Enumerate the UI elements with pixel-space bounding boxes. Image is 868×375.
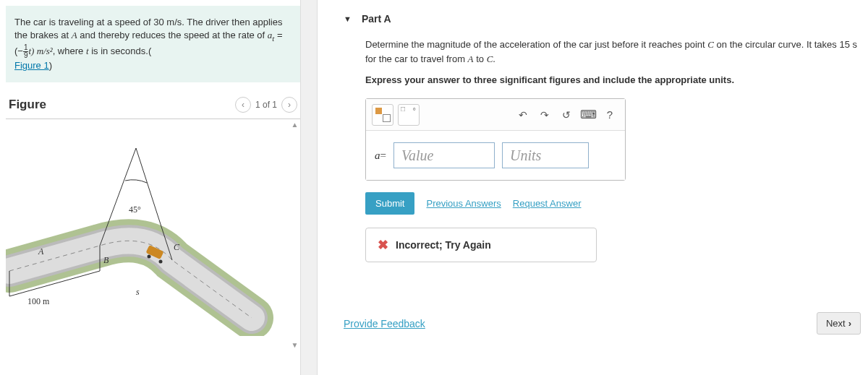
panel-divider[interactable] [300,0,318,375]
submit-button[interactable]: Submit [365,192,414,215]
q-text: Determine the magnitude of the accelerat… [365,39,707,50]
problem-statement: The car is traveling at a speed of 30 m/… [6,6,300,82]
collapse-icon[interactable]: ▼ [344,14,352,23]
scroll-up-icon[interactable]: ▲ [290,119,300,129]
input-row: a = Value Units [366,131,625,180]
figure-next-button[interactable]: › [281,97,297,113]
q-text: to [474,53,487,64]
scroll-down-icon[interactable]: ▼ [290,340,300,350]
redo-icon[interactable]: ↷ [535,105,554,124]
part-title: Part A [362,13,391,25]
svg-point-6 [148,255,151,259]
reset-icon[interactable]: ↺ [557,105,576,124]
eq-rhs: t) m/s² [28,46,52,56]
q-point-c2: C [487,53,493,64]
left-panel: The car is traveling at a speed of 30 m/… [0,0,300,375]
part-header: ▼ Part A [339,6,861,38]
answer-toolbar: ↶ ↷ ↺ ⌨ ? [366,99,625,131]
figure-canvas: 45° 100 m A B C s [6,119,289,350]
figure-prev-button[interactable]: ‹ [235,97,251,113]
point-a: A [72,30,77,40]
special-char-button[interactable] [398,104,420,126]
figure-body: 45° 100 m A B C s ▲ ▼ [6,118,300,350]
angle-label: 45° [129,204,141,215]
action-row: Submit Previous Answers Request Answer [365,192,861,215]
incorrect-icon: ✖ [378,237,388,253]
figure-header: Figure ‹ 1 of 1 › [6,82,300,118]
chevron-right-icon: › [848,318,851,329]
feedback-box: ✖ Incorrect; Try Again [365,228,597,262]
bottom-row: Provide Feedback Next› [339,312,861,335]
provide-feedback-link[interactable]: Provide Feedback [344,318,425,329]
help-button[interactable]: ? [600,105,619,124]
figure-link[interactable]: Figure 1 [14,60,49,71]
previous-answers-link[interactable]: Previous Answers [426,198,501,209]
distance-label: 100 m [27,296,49,307]
point-b-label: B [103,255,109,266]
instruction: Express your answer to three significant… [339,74,861,98]
q-text: . [493,53,495,64]
q-point-a: A [468,53,474,64]
undo-icon[interactable]: ↶ [514,105,532,124]
point-c-label: C [174,242,179,253]
variable-label: a = [375,142,386,168]
figure-nav: ‹ 1 of 1 › [235,97,297,113]
problem-text: ) [49,60,52,71]
answer-area: ↶ ↷ ↺ ⌨ ? a = Value Units [365,98,626,181]
request-answer-link[interactable]: Request Answer [513,198,582,209]
problem-text: , where [53,46,86,56]
point-a-label: A [38,246,43,257]
question-text: Determine the magnitude of the accelerat… [339,38,861,74]
right-panel: ▼ Part A Determine the magnitude of the … [318,0,868,375]
feedback-text: Incorrect; Try Again [396,239,491,251]
figure-scrollbar[interactable]: ▲ ▼ [289,119,300,350]
figure-title: Figure [9,98,46,112]
next-label: Next [826,318,846,329]
problem-text: and thereby reduces the speed at the rat… [77,30,268,40]
problem-text: The car is traveling at a speed of 30 [14,17,166,27]
unit: m/s [166,17,182,27]
value-input[interactable]: Value [393,142,495,168]
figure-counter: 1 of 1 [255,100,277,110]
keyboard-icon[interactable]: ⌨ [579,105,597,124]
point-s-label: s [136,287,140,298]
svg-point-7 [159,260,163,264]
next-button[interactable]: Next› [817,312,861,335]
units-input[interactable]: Units [502,142,589,168]
q-point-c: C [707,39,714,50]
problem-text: is in seconds.( [89,46,152,56]
template-tool-button[interactable] [372,104,393,126]
